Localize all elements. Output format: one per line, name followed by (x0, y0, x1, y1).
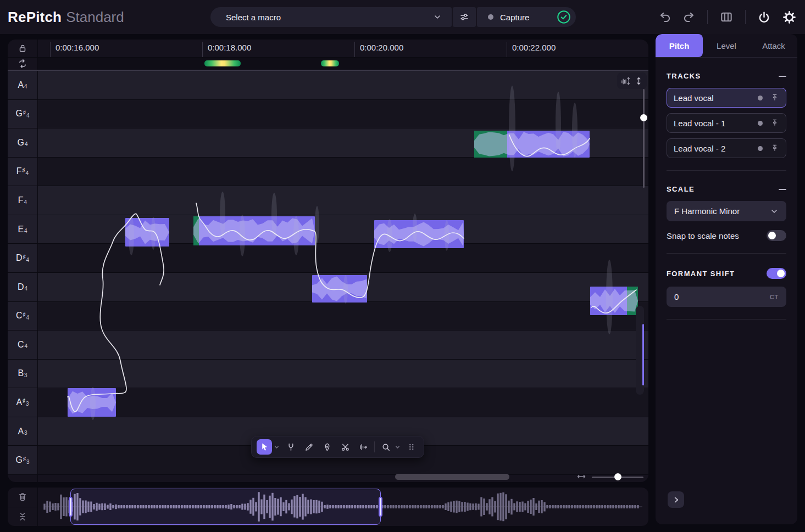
collapse-vertical-icon[interactable] (8, 507, 37, 527)
track-item[interactable]: Lead vocal - 2 (667, 138, 786, 158)
status-check-icon (556, 9, 571, 25)
formant-shift-input[interactable]: 0 CT (667, 287, 786, 307)
scale-select[interactable]: F Harmonic Minor (667, 201, 786, 221)
note-label-G4: G4 (8, 128, 37, 158)
track-name: Lead vocal (674, 93, 758, 103)
brand-edition: Standard (66, 9, 124, 26)
top-bar: RePitch Standard Select a macro Capture (0, 0, 805, 34)
horizontal-scrollbar[interactable] (395, 474, 509, 480)
formant-shift-unit: CT (770, 294, 779, 300)
sliders-icon (459, 12, 469, 22)
loudness-blob (321, 60, 339, 66)
track-monitor-dot[interactable] (758, 121, 763, 126)
horizontal-zoom-knob[interactable] (614, 473, 621, 480)
overview-tools (8, 488, 38, 526)
tuning-fork-tool-button[interactable] (284, 440, 298, 454)
formant-section-header: FORMANT SHIFT (667, 268, 786, 279)
note-block-E4[interactable] (125, 218, 169, 247)
vertical-zoom-slider[interactable] (643, 89, 645, 188)
select-tool-chevron-icon[interactable] (274, 444, 280, 450)
overview-selection[interactable] (70, 489, 381, 525)
vertical-zoom-knob[interactable] (640, 114, 647, 121)
settings-gear-icon[interactable] (782, 10, 796, 24)
lock-button[interactable] (8, 40, 38, 57)
timeline-ruler[interactable]: 0:00:16.0000:00:18.0000:00:20.0000:00:22… (38, 40, 648, 57)
note-block-E4[interactable] (374, 220, 464, 248)
macro-settings-button[interactable] (453, 7, 476, 27)
capture-label: Capture (500, 13, 529, 22)
formant-shift-value: 0 (674, 292, 679, 301)
pitch-grid[interactable] (38, 71, 648, 482)
timeline-label: 0:00:22.000 (512, 43, 556, 52)
power-icon[interactable] (758, 11, 770, 24)
zoom-tool-button[interactable] (379, 440, 393, 454)
note-block-A♯3[interactable] (68, 388, 116, 417)
zoom-tool-chevron-icon[interactable] (395, 444, 401, 450)
note-label-Cs4: C♯4 (8, 302, 37, 331)
timeline-tick (202, 42, 203, 57)
panel-columns-icon[interactable] (720, 10, 733, 24)
pencil-tool-button[interactable] (302, 440, 316, 454)
tab-level[interactable]: Level (703, 34, 750, 57)
pen-tool-button[interactable] (320, 440, 334, 454)
app-logo: RePitch Standard (8, 0, 124, 34)
note-label-Ds4: D♯4 (8, 244, 37, 273)
note-label-As3: A♯3 (8, 388, 37, 417)
vertical-scrollbar[interactable] (642, 324, 644, 385)
horizontal-zoom-icon (576, 472, 586, 481)
loop-button[interactable] (8, 58, 38, 70)
edit-toolbar (251, 436, 424, 458)
selection-left-handle[interactable] (69, 497, 73, 517)
track-list: Lead vocalLead vocal - 1Lead vocal - 2 (667, 88, 786, 158)
scale-section-header: SCALE (667, 185, 786, 193)
overview-waveform[interactable] (38, 488, 648, 526)
scale-collapse-icon[interactable] (779, 189, 786, 190)
tab-pitch[interactable]: Pitch (656, 34, 703, 57)
track-item[interactable]: Lead vocal (667, 88, 786, 108)
track-item[interactable]: Lead vocal - 1 (667, 113, 786, 133)
note-label-Fs4: F♯4 (8, 158, 37, 187)
chevron-down-icon (770, 207, 779, 216)
select-tool-button[interactable] (257, 439, 272, 455)
topbar-divider (707, 10, 708, 24)
delete-icon[interactable] (8, 488, 37, 507)
note-block-D4[interactable] (590, 287, 638, 315)
note-label-D4: D4 (8, 273, 37, 302)
note-label-A3: A3 (8, 417, 37, 446)
vertical-resize-icon[interactable] (634, 76, 643, 86)
note-block-G4[interactable] (474, 131, 590, 158)
panel-expand-button[interactable] (668, 491, 684, 508)
pitch-editor-panel: 0:00:16.0000:00:18.0000:00:20.0000:00:22… (8, 40, 648, 482)
snap-to-scale-toggle[interactable] (767, 230, 786, 241)
tracks-collapse-icon[interactable] (779, 76, 786, 77)
waveform-zoom-icon[interactable] (620, 76, 631, 86)
section-divider (667, 170, 786, 171)
note-block-E4[interactable] (193, 216, 315, 245)
snap-to-scale-row: Snap to scale notes (667, 230, 786, 241)
tab-attack[interactable]: Attack (750, 34, 797, 57)
app-window: RePitch Standard Select a macro Capture (0, 0, 805, 532)
macro-group: Select a macro Capture (210, 7, 576, 27)
redo-icon[interactable] (683, 11, 695, 23)
track-monitor-dot[interactable] (758, 96, 763, 100)
note-label-E4: E4 (8, 215, 37, 244)
brand-name: RePitch (8, 9, 62, 26)
loudness-strip (38, 58, 648, 70)
track-monitor-dot[interactable] (758, 146, 763, 151)
scissors-tool-button[interactable] (338, 440, 352, 454)
macro-select-value: Select a macro (226, 13, 281, 22)
pin-icon (770, 93, 779, 102)
undo-icon[interactable] (659, 11, 671, 23)
selection-right-handle[interactable] (379, 497, 382, 517)
macro-select[interactable]: Select a macro (210, 7, 452, 27)
transient-tool-button[interactable] (356, 440, 370, 454)
chevron-right-icon (672, 496, 680, 504)
editor-body: A4G♯4G4F♯4F4E4D♯4D4C♯4C4B3A♯3A3G♯3 (8, 71, 648, 482)
section-divider (667, 253, 786, 254)
toolbar-drag-handle[interactable] (404, 440, 419, 454)
pin-icon (770, 119, 779, 127)
note-block-D4[interactable] (312, 275, 367, 303)
topbar-divider (745, 10, 746, 24)
track-name: Lead vocal - 2 (674, 144, 758, 153)
formant-shift-toggle[interactable] (767, 268, 786, 279)
